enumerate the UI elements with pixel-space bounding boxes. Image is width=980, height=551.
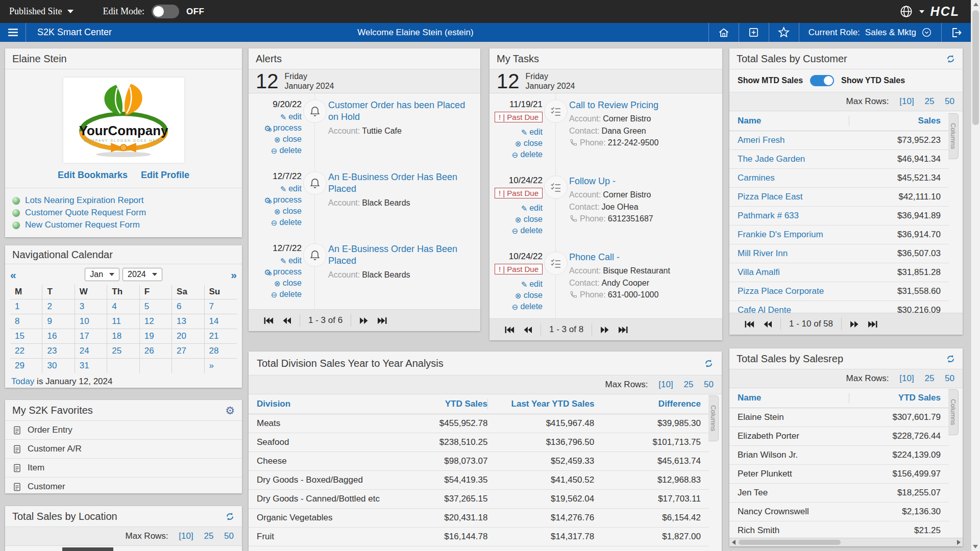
max-rows-25[interactable]: 25 (924, 373, 934, 383)
mtd-ytd-toggle[interactable] (810, 75, 834, 86)
alert-delete-link[interactable]: ⊖delete (249, 146, 302, 155)
alert-close-link[interactable]: ⊗close (249, 135, 302, 144)
task-edit-link[interactable]: ✎edit (489, 204, 543, 213)
horizontal-scrollbar[interactable] (729, 538, 963, 546)
max-rows-10[interactable]: [10] (899, 373, 914, 383)
customer-name-link[interactable]: Carmines (738, 173, 849, 183)
favorite-item[interactable]: Order Entry (5, 421, 242, 439)
home-button[interactable] (708, 23, 739, 42)
calendar-day-link[interactable] (172, 359, 204, 373)
calendar-day-link[interactable]: 11 (107, 314, 139, 329)
calendar-day-link[interactable]: 22 (10, 344, 42, 358)
refresh-icon[interactable] (946, 354, 955, 364)
customer-name-link[interactable]: Pathmark # 633 (738, 211, 849, 221)
edit-mode-toggle[interactable] (152, 5, 179, 18)
favorite-item[interactable]: Customer (5, 477, 242, 496)
task-title-link[interactable]: Follow Up - (569, 176, 718, 187)
calendar-day-link[interactable]: 14 (205, 314, 237, 329)
gear-icon[interactable]: ⚙ (225, 405, 235, 416)
customer-name-link[interactable]: Villa Amalfi (738, 267, 849, 278)
alert-delete-link[interactable]: ⊖delete (249, 290, 302, 299)
hamburger-menu-button[interactable] (0, 23, 26, 42)
alert-edit-link[interactable]: ✎edit (249, 256, 302, 265)
customer-name-link[interactable]: Ameri Fresh (738, 135, 849, 145)
scroll-left-button[interactable] (729, 538, 738, 546)
scroll-right-button[interactable] (954, 538, 963, 546)
bookmark-link[interactable]: New Customer Request Form (25, 220, 140, 230)
column-header-difference[interactable]: Difference (594, 399, 701, 409)
task-delete-link[interactable]: ⊖delete (489, 150, 543, 159)
next-page-icon[interactable] (599, 325, 610, 334)
logout-button[interactable] (941, 23, 971, 42)
alert-title-link[interactable]: Customer Order has been Placed on Hold (328, 99, 476, 123)
alert-process-link[interactable]: ⚙⚙process (249, 267, 302, 277)
first-page-icon[interactable] (504, 325, 515, 334)
calendar-day-link[interactable]: 10 (75, 314, 107, 329)
task-title-link[interactable]: Phone Call - (569, 252, 718, 263)
alert-title-link[interactable]: An E-Business Order Has Been Placed (328, 171, 476, 195)
prev-page-icon[interactable] (281, 316, 292, 325)
calendar-prev-button[interactable]: « (10, 269, 16, 280)
column-header-sales[interactable]: Sales (849, 116, 941, 126)
caret-down-icon[interactable] (919, 10, 924, 13)
favorite-item[interactable]: Customer A/R (5, 439, 242, 458)
max-rows-10[interactable]: [10] (658, 380, 673, 389)
columns-tab[interactable]: Columns (948, 113, 959, 159)
calendar-day-link[interactable]: 4 (107, 299, 139, 314)
customer-name-link[interactable]: Pizza Place Corporate (738, 286, 849, 296)
max-rows-10[interactable]: [10] (899, 96, 914, 106)
next-page-icon[interactable] (358, 316, 370, 325)
prev-page-icon[interactable] (762, 320, 773, 329)
scroll-down-button[interactable] (973, 545, 978, 548)
scrollbar-thumb[interactable] (972, 10, 979, 125)
first-page-icon[interactable] (744, 320, 755, 329)
favorite-item[interactable]: Item (5, 458, 242, 477)
calendar-day-link[interactable]: 3 (75, 299, 107, 314)
alert-close-link[interactable]: ⊗close (249, 279, 302, 288)
calendar-day-link[interactable]: » (205, 359, 237, 373)
calendar-day-link[interactable]: 27 (172, 344, 204, 358)
published-site-dropdown[interactable]: Published Site (9, 6, 74, 17)
column-header-ytd[interactable]: YTD Sales (849, 393, 941, 403)
scroll-up-button[interactable] (971, 0, 980, 9)
calendar-day-link[interactable] (140, 359, 172, 373)
alert-close-link[interactable]: ⊗close (249, 207, 302, 216)
calendar-day-link[interactable]: 28 (205, 344, 237, 358)
task-close-link[interactable]: ⊗close (489, 291, 543, 300)
prev-page-icon[interactable] (522, 325, 533, 334)
first-page-icon[interactable] (263, 316, 274, 325)
calendar-day-link[interactable]: 13 (172, 314, 204, 329)
calendar-day-link[interactable]: 18 (107, 329, 139, 343)
max-rows-25[interactable]: 25 (204, 531, 213, 541)
column-header-name[interactable]: Name (738, 116, 849, 126)
month-select[interactable]: Jan (85, 268, 119, 281)
task-edit-link[interactable]: ✎edit (489, 280, 543, 289)
max-rows-50[interactable]: 50 (704, 380, 714, 389)
refresh-icon[interactable] (225, 512, 235, 521)
calendar-day-link[interactable]: 30 (42, 359, 75, 373)
next-page-icon[interactable] (849, 320, 860, 329)
calendar-day-link[interactable]: 7 (205, 299, 237, 314)
calendar-day-link[interactable]: 17 (75, 329, 107, 343)
calendar-day-link[interactable]: 31 (75, 359, 107, 373)
task-title-link[interactable]: Call to Review Pricing (569, 99, 718, 111)
edit-profile-link[interactable]: Edit Profile (141, 170, 189, 181)
calendar-day-link[interactable]: 21 (205, 329, 237, 343)
today-link[interactable]: Today (11, 377, 34, 386)
calendar-day-link[interactable]: 26 (140, 344, 172, 358)
column-header-division[interactable]: Division (257, 399, 399, 409)
alert-title-link[interactable]: An E-Business Order Has Been Placed (328, 243, 476, 267)
calendar-day-link[interactable]: 24 (75, 344, 107, 358)
alert-delete-link[interactable]: ⊖delete (249, 218, 302, 227)
refresh-icon[interactable] (946, 54, 955, 64)
year-select[interactable]: 2024 (122, 268, 162, 281)
customer-name-link[interactable]: Mill River Inn (738, 248, 849, 259)
calendar-day-link[interactable]: 9 (42, 314, 75, 329)
edit-bookmarks-link[interactable]: Edit Bookmarks (58, 170, 128, 181)
max-rows-10[interactable]: [10] (179, 531, 193, 541)
alert-edit-link[interactable]: ✎edit (249, 112, 302, 121)
calendar-day-link[interactable]: 15 (10, 329, 42, 343)
alert-process-link[interactable]: ⚙⚙process (249, 123, 302, 133)
customer-name-link[interactable]: Pizza Place East (738, 192, 849, 202)
customer-name-link[interactable]: Cafe Al Dente (738, 305, 849, 313)
